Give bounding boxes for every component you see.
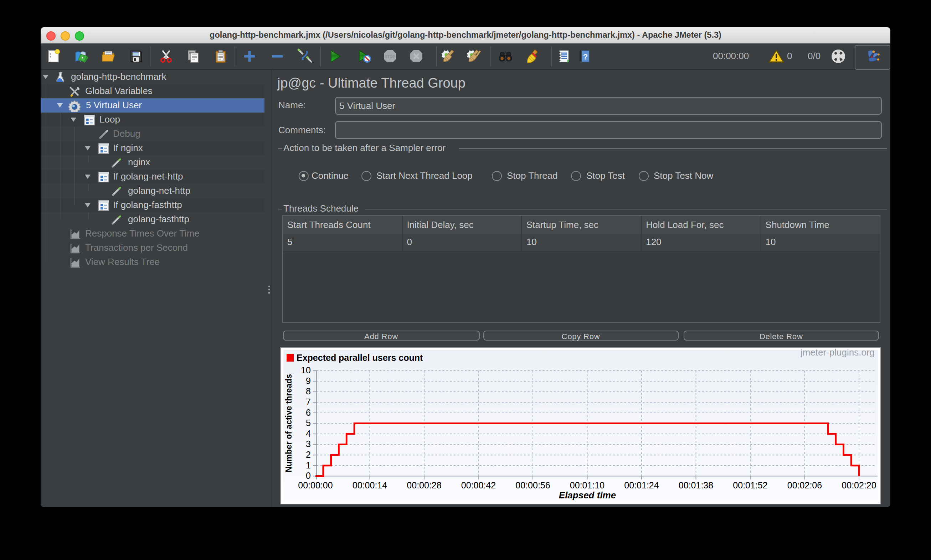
- svg-text:0: 0: [306, 471, 311, 480]
- svg-text:00:01:10: 00:01:10: [570, 480, 604, 490]
- svg-text:6: 6: [306, 408, 311, 417]
- svg-text:9: 9: [306, 376, 311, 386]
- svg-text:00:01:24: 00:01:24: [624, 480, 659, 490]
- svg-text:00:02:06: 00:02:06: [788, 480, 822, 490]
- svg-text:STOP: STOP: [385, 54, 395, 59]
- svg-text:00:01:52: 00:01:52: [733, 480, 768, 490]
- svg-text:00:00:56: 00:00:56: [515, 480, 550, 490]
- svg-text:Expected parallel users count: Expected parallel users count: [296, 353, 423, 363]
- svg-text:10: 10: [301, 365, 311, 375]
- svg-text:00:00:28: 00:00:28: [407, 480, 441, 490]
- svg-text:Number of active threads: Number of active threads: [284, 374, 293, 472]
- svg-text:1: 1: [306, 460, 311, 470]
- svg-text:4: 4: [306, 429, 311, 438]
- svg-text:2: 2: [306, 449, 311, 460]
- svg-text:jmeter-plugins.org: jmeter-plugins.org: [800, 347, 875, 358]
- svg-text:?: ?: [583, 52, 587, 61]
- svg-text:00:01:38: 00:01:38: [679, 480, 713, 490]
- svg-text:5: 5: [306, 418, 311, 428]
- svg-text:7: 7: [306, 397, 311, 407]
- svg-text:00:02:20: 00:02:20: [842, 480, 876, 490]
- svg-text:Elapsed time: Elapsed time: [559, 490, 616, 500]
- svg-text:3: 3: [306, 439, 311, 449]
- svg-text:8: 8: [306, 386, 311, 396]
- svg-text:00:00:42: 00:00:42: [461, 480, 496, 490]
- svg-text:00:00:14: 00:00:14: [353, 480, 387, 490]
- svg-text:00:00:00: 00:00:00: [298, 480, 333, 490]
